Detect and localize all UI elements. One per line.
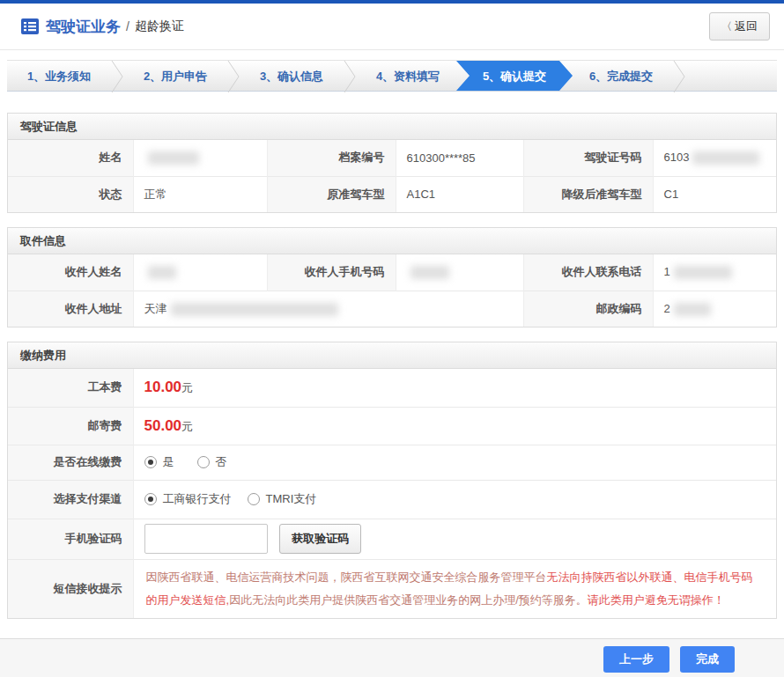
chevron-left-icon: 〈	[721, 20, 732, 33]
postage-value: 50.00元	[133, 407, 776, 445]
postage-label: 邮寄费	[8, 407, 133, 445]
step-6[interactable]: 6、完成提交	[569, 61, 673, 91]
radio-online-yes[interactable]: 是	[144, 454, 174, 470]
step-3[interactable]: 3、确认信息	[240, 61, 344, 91]
radio-channel-icbc[interactable]: 工商银行支付	[144, 491, 232, 507]
fee-unit: 元	[181, 381, 193, 394]
payment-panel: 缴纳费用 工本费 10.00元 邮寄费 50.00元 是否在线缴费 是 否 选择…	[7, 342, 777, 619]
pickup-info-panel: 取件信息 收件人姓名 收件人手机号码 收件人联系电话 1 收件人地址 天津 邮政…	[7, 227, 777, 327]
sms-notice-text: 因陕西省联通、电信运营商技术问题，陕西省互联网交通安全综合服务管理平台无法向持陕…	[133, 559, 776, 618]
get-captcha-button[interactable]: 获取验证码	[279, 524, 361, 554]
page-header: 驾驶证业务 / 超龄换证 〈返回	[0, 4, 784, 50]
recipient-name-label: 收件人姓名	[8, 254, 133, 291]
table-row: 是否在线缴费 是 否	[8, 445, 776, 480]
page-title: 驾驶证业务	[46, 17, 121, 37]
breadcrumb-current: 超龄换证	[135, 18, 184, 34]
redacted-value	[674, 266, 732, 279]
table-row: 姓名 档案编号 610300****85 驾驶证号码 6103	[8, 140, 776, 176]
status-value: 正常	[133, 176, 267, 212]
status-label: 状态	[8, 176, 133, 212]
step-4[interactable]: 4、资料填写	[356, 61, 460, 91]
sms-notice-label: 短信接收提示	[8, 559, 133, 618]
captcha-input[interactable]	[144, 524, 268, 554]
redacted-value	[148, 151, 199, 165]
redacted-value	[692, 151, 759, 165]
name-value	[133, 140, 267, 176]
radio-online-no[interactable]: 否	[197, 454, 227, 470]
recipient-phone-value: 1	[653, 254, 776, 291]
payment-title: 缴纳费用	[8, 342, 776, 369]
radio-icon	[144, 493, 157, 505]
table-row: 选择支付渠道 工商银行支付 TMRI支付	[8, 480, 776, 519]
footer-action-bar: 上一步 完成	[0, 638, 784, 677]
chevron-separator-icon	[673, 61, 685, 91]
file-no-value: 610300****85	[396, 140, 523, 176]
recipient-address-label: 收件人地址	[8, 291, 133, 327]
table-row: 收件人姓名 收件人手机号码 收件人联系电话 1	[8, 254, 776, 291]
finish-button[interactable]: 完成	[680, 646, 735, 673]
pickup-info-table: 收件人姓名 收件人手机号码 收件人联系电话 1 收件人地址 天津 邮政编码 2	[8, 254, 776, 327]
channel-options: 工商银行支付 TMRI支付	[133, 480, 776, 519]
downgrade-class-value: C1	[653, 176, 776, 212]
back-button[interactable]: 〈返回	[709, 12, 770, 40]
table-row: 收件人地址 天津 邮政编码 2	[8, 291, 776, 327]
captcha-label: 手机验证码	[8, 519, 133, 559]
recipient-phone-label: 收件人联系电话	[523, 254, 653, 291]
file-no-label: 档案编号	[267, 140, 396, 176]
step-wizard: 1、业务须知 2、用户申告 3、确认信息 4、资料填写 5、确认提交 6、完成提…	[7, 60, 777, 92]
orig-class-value: A1C1	[396, 176, 523, 212]
pickup-info-title: 取件信息	[8, 228, 776, 254]
redacted-value	[674, 303, 711, 316]
captcha-field: 获取验证码	[133, 519, 776, 559]
recipient-name-value	[133, 254, 267, 291]
table-row: 邮寄费 50.00元	[8, 407, 776, 445]
downgrade-class-label: 降级后准驾车型	[523, 176, 653, 212]
orig-class-label: 原准驾车型	[267, 176, 396, 212]
payment-table: 工本费 10.00元 邮寄费 50.00元 是否在线缴费 是 否 选择支付渠道 …	[8, 369, 776, 618]
channel-label: 选择支付渠道	[8, 480, 133, 519]
recipient-mobile-value	[396, 254, 523, 291]
license-info-title: 驾驶证信息	[8, 114, 776, 140]
license-info-table: 姓名 档案编号 610300****85 驾驶证号码 6103 状态 正常 原准…	[8, 140, 776, 212]
step-2[interactable]: 2、用户申告	[123, 61, 227, 91]
postage-amount: 50.00	[144, 417, 182, 434]
prev-step-button[interactable]: 上一步	[603, 646, 669, 673]
postage-unit: 元	[181, 420, 193, 433]
step-1[interactable]: 1、业务须知	[7, 61, 111, 91]
redacted-value	[410, 266, 449, 279]
license-no-value: 6103	[653, 140, 776, 176]
chevron-separator-icon	[227, 61, 240, 91]
online-pay-options: 是 否	[133, 445, 776, 480]
table-row: 状态 正常 原准驾车型 A1C1 降级后准驾车型 C1	[8, 176, 776, 212]
fee-amount: 10.00	[144, 379, 182, 395]
license-no-label: 驾驶证号码	[523, 140, 653, 176]
license-info-panel: 驾驶证信息 姓名 档案编号 610300****85 驾驶证号码 6103 状态…	[7, 113, 777, 213]
online-pay-label: 是否在线缴费	[8, 445, 133, 480]
table-row: 工本费 10.00元	[8, 369, 776, 407]
radio-icon	[144, 456, 157, 468]
chevron-separator-icon	[344, 61, 356, 91]
redacted-value	[171, 303, 338, 316]
recipient-mobile-label: 收件人手机号码	[267, 254, 396, 291]
radio-channel-tmri[interactable]: TMRI支付	[248, 491, 317, 507]
name-label: 姓名	[8, 140, 133, 176]
radio-icon	[197, 456, 210, 468]
breadcrumb-divider: /	[126, 19, 129, 33]
redacted-value	[148, 266, 176, 279]
fee-label: 工本费	[8, 369, 133, 407]
postal-code-value: 2	[653, 291, 776, 327]
chevron-separator-icon	[111, 61, 123, 91]
table-row: 短信接收提示 因陕西省联通、电信运营商技术问题，陕西省互联网交通安全综合服务管理…	[8, 559, 776, 618]
recipient-address-value: 天津	[133, 291, 523, 327]
fee-value: 10.00元	[133, 369, 776, 407]
table-row: 手机验证码 获取验证码	[8, 519, 776, 559]
list-icon	[21, 18, 39, 35]
postal-code-label: 邮政编码	[523, 291, 653, 327]
radio-icon	[248, 493, 260, 505]
step-5-active[interactable]: 5、确认提交	[456, 61, 573, 91]
